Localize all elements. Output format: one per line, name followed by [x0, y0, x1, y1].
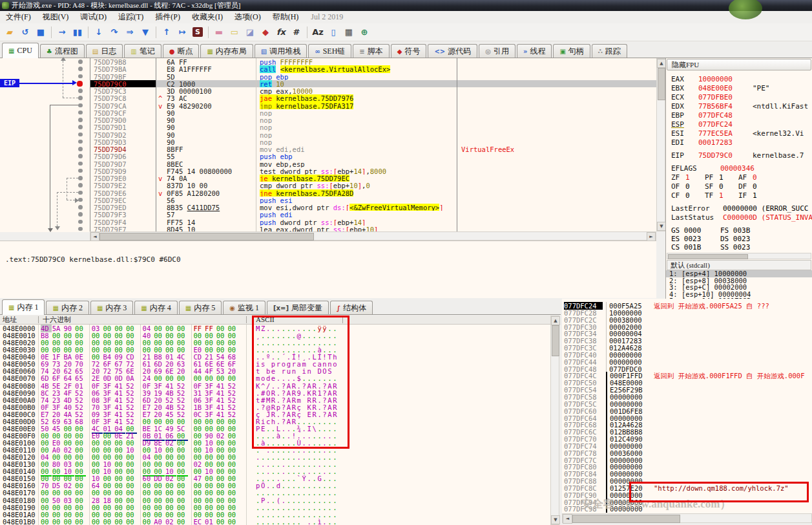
- register-row[interactable]: EIP75DD79C0kernelbase.7: [666, 151, 812, 160]
- dump-byte[interactable]: 00: [63, 518, 74, 525]
- dump-row[interactable]: 048E01B0000000000000000000A00200EC010000…: [0, 518, 550, 525]
- scroll-up-icon[interactable]: ▲: [657, 59, 666, 68]
- dump-tab-监视 1[interactable]: ◉监视 1: [223, 301, 265, 314]
- disasm-hscrollbar[interactable]: ◄ ►: [90, 231, 656, 241]
- labels-button[interactable]: ◪: [243, 25, 257, 39]
- disasm-address[interactable]: 75DD79E2: [90, 182, 156, 189]
- dump-byte[interactable]: A0: [154, 518, 165, 525]
- strings-button[interactable]: Az: [311, 25, 325, 39]
- dump-tab-内存 1[interactable]: ▦内存 1: [2, 299, 45, 315]
- registers-hscrollbar[interactable]: [667, 253, 811, 259]
- dump-row[interactable]: 048E016070D50200640000000000000000000000…: [0, 482, 550, 489]
- dump-row[interactable]: 048E018000500300281800000000000000000000…: [0, 497, 550, 504]
- disasm-row[interactable]: 75DD79BF5Dpop ebp: [0, 73, 656, 80]
- disasm-row[interactable]: 75DD79D390nop: [0, 138, 656, 145]
- stack-row[interactable]: 077DFC50048E0000: [562, 379, 812, 386]
- dump-row[interactable]: 048E01A000000000000000000000000000000000…: [0, 511, 550, 518]
- stack-row[interactable]: 077DFC7C00000000: [562, 456, 812, 464]
- stack-row[interactable]: 077DFC6C012BB8B8: [562, 428, 812, 435]
- bookmarks-button[interactable]: ◆: [258, 25, 273, 39]
- disasm-vscroll-thumb[interactable]: [658, 68, 665, 100]
- dump-tab-内存 5[interactable]: ▦内存 5: [179, 301, 222, 314]
- flag-value[interactable]: 0: [685, 191, 690, 200]
- scroll-right-icon[interactable]: ►: [647, 232, 656, 241]
- disasm-address[interactable]: 75DD79EC: [90, 197, 156, 204]
- instruction-dot[interactable]: [78, 220, 83, 224]
- open-file-button[interactable]: ▰: [3, 25, 17, 39]
- instruction-dot[interactable]: [78, 118, 83, 122]
- disasm-row[interactable]: 75DD79D190nop: [0, 123, 656, 131]
- disasm-address[interactable]: 75DD79C0: [90, 80, 156, 87]
- register-value[interactable]: 10000000: [698, 75, 753, 84]
- patches-button[interactable]: ▬: [212, 25, 226, 39]
- dump-vscroll-thumb[interactable]: [552, 325, 559, 356]
- disasm-row[interactable]: 75DD79CAvE9 48290200jmp kernelbase.75DFA…: [0, 102, 656, 109]
- disassembly-view[interactable]: 75DD79B86A FFpush FFFFFFFF75DD79BAE8 A1F…: [0, 58, 656, 232]
- disasm-hscroll-thumb[interactable]: [99, 233, 314, 241]
- flag-value[interactable]: 0: [753, 182, 757, 191]
- stack-row[interactable]: 077DFC54E256F29B: [562, 386, 812, 393]
- registers-hscroll-thumb[interactable]: [668, 254, 748, 259]
- menu-item-4[interactable]: 插件(P): [149, 11, 186, 23]
- disasm-address[interactable]: 75DD79CF: [90, 109, 156, 116]
- disasm-address[interactable]: 75DD79E6: [90, 189, 156, 197]
- disasm-row[interactable]: 75DD79C33D 00000100cmp eax,10000: [0, 87, 656, 94]
- argument-row[interactable]: 1: [esp+4] 10000000: [666, 270, 812, 277]
- disasm-row[interactable]: 75DD79EC56push esi: [0, 197, 656, 204]
- disasm-address[interactable]: 75DD79C8: [90, 94, 156, 102]
- stack-row[interactable]: 077DFC4000000000: [562, 351, 812, 358]
- flag-value[interactable]: 1: [753, 191, 757, 200]
- disasm-row[interactable]: 75DD79E2837D 10 00cmp dword ptr ss:[ebp+…: [0, 182, 656, 189]
- dump-byte[interactable]: 00: [103, 518, 114, 525]
- menu-item-0[interactable]: 文件(F): [0, 11, 37, 23]
- run-to-cursor-button[interactable]: ⇒: [123, 25, 137, 39]
- dump-byte[interactable]: EC: [193, 518, 204, 525]
- step-down-button[interactable]: ▼: [138, 25, 152, 39]
- menu-item-5[interactable]: 收藏夹(I): [186, 11, 229, 23]
- dump-byte[interactable]: 02: [165, 518, 176, 525]
- flag[interactable]: AF0: [738, 173, 772, 182]
- comments-button[interactable]: ▭: [227, 25, 242, 39]
- tab-CPU[interactable]: ▦CPU: [2, 43, 39, 58]
- disasm-address[interactable]: 75DD79C3: [90, 87, 156, 94]
- disasm-address[interactable]: 75DD79CA: [90, 102, 156, 109]
- register-row[interactable]: ESP077DFC24: [666, 120, 812, 129]
- register-row[interactable]: ECX077DFBE0: [666, 93, 812, 102]
- tab-内存布局[interactable]: ▦内存布局: [200, 44, 253, 58]
- scroll-left-icon[interactable]: ◄: [563, 514, 572, 524]
- disasm-row[interactable]: 75DD79E0v74 0Aje kernelbase.75DD79EC: [0, 175, 656, 182]
- dump-byte[interactable]: 00: [177, 518, 188, 525]
- disasm-address[interactable]: 75DD79BF: [90, 73, 156, 80]
- dump-byte[interactable]: 00: [126, 518, 137, 525]
- flag[interactable]: IF1: [738, 191, 772, 200]
- dump-tab-局部变量[interactable]: [x=]局部变量: [267, 301, 329, 314]
- register-value[interactable]: 75DD79C0: [698, 151, 753, 160]
- flag[interactable]: PF1: [705, 173, 738, 182]
- stack-row[interactable]: 077DFC8400000000: [562, 470, 812, 477]
- tab-SEH链[interactable]: ∞SEH链: [308, 44, 351, 58]
- disasm-row[interactable]: 75DD79ED8B35 C411DD75mov esi,dword ptr d…: [0, 204, 656, 211]
- segment-register[interactable]: DS 0023: [720, 235, 769, 243]
- menu-item-3[interactable]: 追踪(T): [112, 11, 149, 23]
- dump-byte[interactable]: 00: [114, 518, 125, 525]
- stack-row[interactable]: 077DFC48077DFDC0: [562, 365, 812, 372]
- dump-vscrollbar[interactable]: ▲ ▼: [550, 316, 559, 525]
- stack-row[interactable]: 077DFC60001D6FE8: [562, 407, 812, 414]
- dump-byte[interactable]: 01: [205, 518, 216, 525]
- instruction-dot[interactable]: [78, 133, 83, 137]
- stack-row[interactable]: 077DFC3000002000: [562, 323, 812, 330]
- dump-byte[interactable]: 00: [41, 518, 52, 525]
- flag[interactable]: OF0: [671, 182, 705, 191]
- flag[interactable]: ZF1: [671, 173, 705, 182]
- stack-row[interactable]: 077DFC4400000000: [562, 358, 812, 365]
- step-into-button[interactable]: ↓: [92, 25, 106, 39]
- dump-row[interactable]: 048E017000000000000000000000000000000000…: [0, 489, 550, 496]
- register-row[interactable]: ESI777EC5EA<kernel32.Vi: [666, 129, 812, 138]
- flag-value[interactable]: 0: [719, 182, 724, 191]
- animate-stop-button[interactable]: S: [191, 25, 205, 39]
- instruction-dot[interactable]: [78, 162, 83, 166]
- menu-item-1[interactable]: 视图(V): [37, 11, 75, 23]
- dump-tab-内存 2[interactable]: ▦内存 2: [46, 301, 88, 314]
- disasm-address[interactable]: 75DD79D3: [90, 138, 156, 145]
- disasm-address[interactable]: 75DD79D0: [90, 116, 156, 123]
